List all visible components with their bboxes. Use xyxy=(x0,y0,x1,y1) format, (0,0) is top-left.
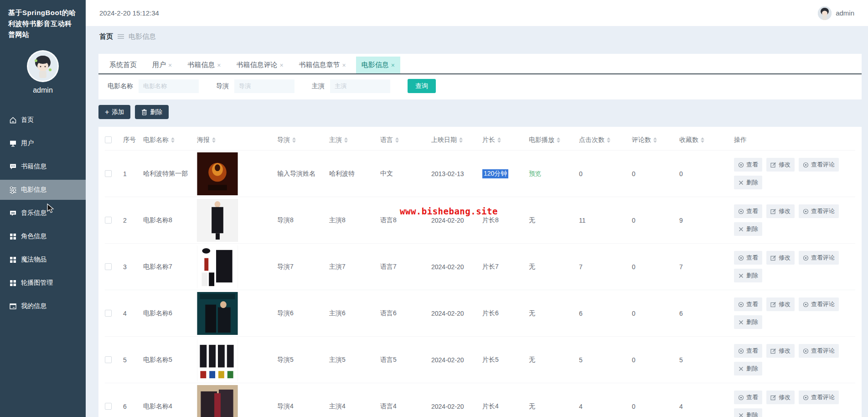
filter-input-2[interactable] xyxy=(234,79,294,93)
tab-1[interactable]: 系统首页 xyxy=(104,57,142,73)
sidebar-item-1-home[interactable]: 首页 xyxy=(0,110,86,130)
edit-button[interactable]: 修改 xyxy=(766,251,795,265)
header-name[interactable]: 电影名称 xyxy=(143,136,197,144)
sidebar-item-7-grid[interactable]: 魔法物品 xyxy=(0,250,86,270)
select-all-checkbox[interactable] xyxy=(105,136,112,143)
tab-close-icon[interactable]: × xyxy=(168,62,172,69)
tab-2[interactable]: 用户× xyxy=(147,57,177,73)
delete-row-button[interactable]: 删除 xyxy=(734,362,762,375)
view-button[interactable]: 查看 xyxy=(734,391,762,404)
view-button[interactable]: 查看 xyxy=(734,297,762,311)
cell-comments: 0 xyxy=(632,263,679,271)
preview-link[interactable]: 预览 xyxy=(529,170,541,178)
topbar-avatar[interactable] xyxy=(818,6,832,20)
sort-icon[interactable] xyxy=(701,137,704,143)
delete-row-button[interactable]: 删除 xyxy=(734,408,762,417)
tab-4[interactable]: 书籍信息评论× xyxy=(231,57,289,73)
sidebar-item-5-message[interactable]: 音乐信息 xyxy=(0,203,86,223)
tab-close-icon[interactable]: × xyxy=(342,62,346,69)
tab-label: 书籍信息 xyxy=(187,61,215,69)
teal-movie-poster[interactable] xyxy=(197,292,238,335)
filter-input-3[interactable] xyxy=(330,79,390,93)
edit-button[interactable]: 修改 xyxy=(766,204,795,218)
sort-icon[interactable] xyxy=(459,137,463,143)
view-button[interactable]: 查看 xyxy=(734,344,762,358)
row-checkbox[interactable] xyxy=(105,263,112,270)
view-comments-button[interactable]: 查看评论 xyxy=(799,204,839,218)
row-checkbox[interactable] xyxy=(105,356,112,363)
delete-row-button[interactable]: 删除 xyxy=(734,269,762,282)
tab-3[interactable]: 书籍信息× xyxy=(182,57,226,73)
view-comments-button[interactable]: 查看评论 xyxy=(799,344,839,358)
sort-icon[interactable] xyxy=(344,137,348,143)
header-clicks[interactable]: 点击次数 xyxy=(579,136,632,144)
sidebar-item-4-sliders[interactable]: 电影信息 xyxy=(0,180,86,200)
delete-row-button[interactable]: 删除 xyxy=(734,222,762,236)
header-poster[interactable]: 海报 xyxy=(197,136,277,144)
edit-button[interactable]: 修改 xyxy=(766,391,795,404)
view-button[interactable]: 查看 xyxy=(734,158,762,172)
edit-button[interactable]: 修改 xyxy=(766,158,795,172)
trash-icon xyxy=(141,109,147,115)
view-comments-button[interactable]: 查看评论 xyxy=(799,391,839,404)
breadcrumb-home[interactable]: 首页 xyxy=(99,32,113,41)
sort-icon[interactable] xyxy=(607,137,610,143)
edit-button[interactable]: 修改 xyxy=(766,344,795,358)
row-checkbox[interactable] xyxy=(105,403,112,410)
sidebar-item-2-monitor[interactable]: 用户 xyxy=(0,133,86,153)
header-date[interactable]: 上映日期 xyxy=(431,136,482,144)
tab-6[interactable]: 电影信息× xyxy=(356,57,400,73)
row-checkbox[interactable] xyxy=(105,217,112,224)
four-houses-poster[interactable] xyxy=(197,339,238,381)
header-director[interactable]: 导演 xyxy=(277,136,329,144)
cell-clicks: 6 xyxy=(579,310,632,317)
delete-button[interactable]: 删除 xyxy=(135,105,169,119)
header-lang[interactable]: 语言 xyxy=(380,136,431,144)
sort-icon[interactable] xyxy=(292,137,296,143)
header-play[interactable]: 电影播放 xyxy=(529,136,579,144)
tab-5[interactable]: 书籍信息章节× xyxy=(294,57,351,73)
sidebar-item-8-grid[interactable]: 轮播图管理 xyxy=(0,273,86,293)
sidebar-item-3-chat[interactable]: 书籍信息 xyxy=(0,156,86,177)
user-avatar[interactable] xyxy=(27,50,59,82)
row-checkbox[interactable] xyxy=(105,310,112,317)
header-comments[interactable]: 评论数 xyxy=(632,136,679,144)
view-comments-button[interactable]: 查看评论 xyxy=(799,158,839,172)
sort-icon[interactable] xyxy=(171,137,175,143)
action-label: 删除 xyxy=(746,318,758,326)
sort-icon[interactable] xyxy=(653,137,657,143)
cell-release-date: 2024-02-20 xyxy=(431,263,482,271)
sort-icon[interactable] xyxy=(395,137,399,143)
view-button[interactable]: 查看 xyxy=(734,204,762,218)
filter-input-1[interactable] xyxy=(139,79,199,93)
sidebar-item-6-grid[interactable]: 角色信息 xyxy=(0,226,86,246)
search-button[interactable]: 查询 xyxy=(408,79,436,93)
cell-favorites: 9 xyxy=(679,217,734,224)
sort-icon[interactable] xyxy=(557,137,560,143)
add-button[interactable]: + 添加 xyxy=(98,105,130,119)
breadcrumb-current: 电影信息 xyxy=(129,32,156,41)
view-comments-button[interactable]: 查看评论 xyxy=(799,251,839,265)
costume-flatlay-poster[interactable] xyxy=(197,245,238,288)
black-robe-figure-poster[interactable] xyxy=(197,199,238,242)
tab-close-icon[interactable]: × xyxy=(217,62,221,69)
sort-icon[interactable] xyxy=(497,137,501,143)
harry-potter-fire-poster[interactable] xyxy=(197,152,238,195)
view-comments-button[interactable]: 查看评论 xyxy=(799,297,839,311)
sidebar-item-label: 电影信息 xyxy=(21,186,46,194)
header-star[interactable]: 主演 xyxy=(329,136,380,144)
cell-clicks: 7 xyxy=(579,263,632,271)
delete-row-button[interactable]: 删除 xyxy=(734,315,762,329)
tan-robes-poster[interactable] xyxy=(197,385,238,417)
edit-button[interactable]: 修改 xyxy=(766,297,795,311)
header-fav[interactable]: 收藏数 xyxy=(679,136,734,144)
tab-close-icon[interactable]: × xyxy=(391,62,395,69)
view-button[interactable]: 查看 xyxy=(734,251,762,265)
header-dur[interactable]: 片长 xyxy=(482,136,529,144)
delete-row-button[interactable]: 删除 xyxy=(734,176,762,189)
sort-icon[interactable] xyxy=(212,137,216,143)
sidebar-item-9-window[interactable]: 我的信息 xyxy=(0,296,86,316)
topbar-user-area[interactable]: admin xyxy=(818,6,854,20)
row-checkbox[interactable] xyxy=(105,170,112,177)
tab-close-icon[interactable]: × xyxy=(279,62,283,69)
